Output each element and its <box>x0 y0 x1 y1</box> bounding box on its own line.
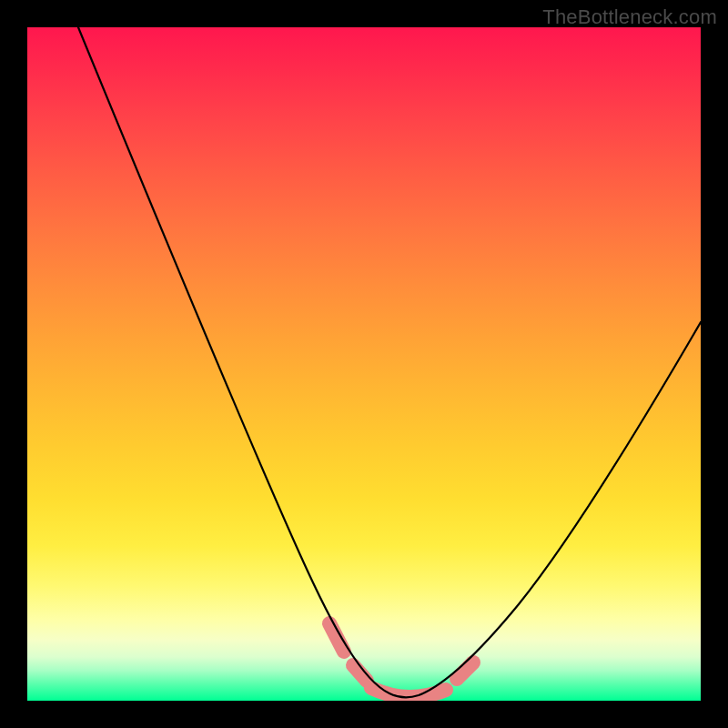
plot-area <box>27 27 701 701</box>
curve-layer <box>27 27 701 701</box>
main-v-curve <box>78 27 701 697</box>
watermark-label: TheBottleneck.com <box>542 5 717 29</box>
highlight-right <box>457 662 473 679</box>
chart-frame: TheBottleneck.com <box>0 0 728 728</box>
